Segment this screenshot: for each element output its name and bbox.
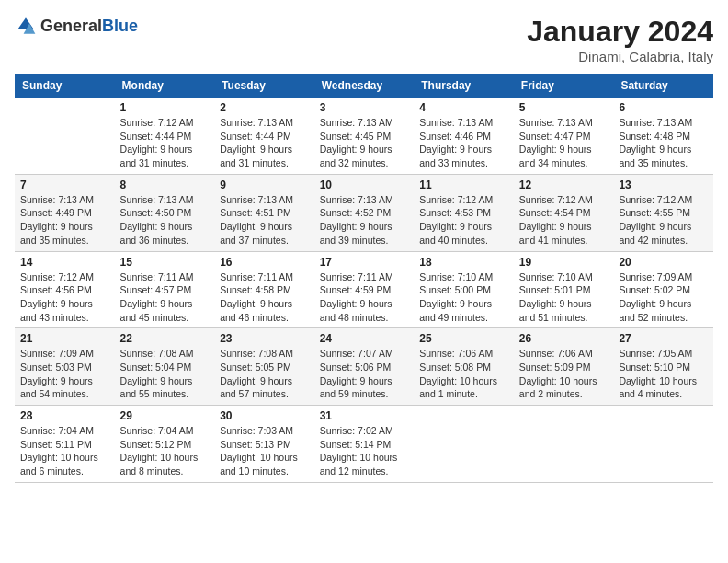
calendar-cell: 29Sunrise: 7:04 AM Sunset: 5:12 PM Dayli… (115, 406, 215, 483)
day-number: 30 (220, 409, 309, 422)
calendar-week-row: 7Sunrise: 7:13 AM Sunset: 4:49 PM Daylig… (15, 174, 713, 251)
day-info: Sunrise: 7:10 AM Sunset: 5:01 PM Dayligh… (519, 270, 609, 325)
day-info: Sunrise: 7:13 AM Sunset: 4:49 PM Dayligh… (20, 193, 109, 247)
day-number: 16 (220, 256, 309, 269)
calendar-cell (613, 406, 713, 483)
day-info: Sunrise: 7:04 AM Sunset: 5:12 PM Dayligh… (120, 424, 210, 478)
calendar-cell: 5Sunrise: 7:13 AM Sunset: 4:47 PM Daylig… (514, 98, 614, 174)
calendar-cell: 30Sunrise: 7:03 AM Sunset: 5:13 PM Dayli… (214, 406, 314, 483)
calendar-week-row: 14Sunrise: 7:12 AM Sunset: 4:56 PM Dayli… (15, 251, 713, 328)
day-info: Sunrise: 7:13 AM Sunset: 4:46 PM Dayligh… (419, 116, 508, 170)
calendar-cell: 13Sunrise: 7:12 AM Sunset: 4:55 PM Dayli… (613, 174, 713, 251)
day-info: Sunrise: 7:06 AM Sunset: 5:09 PM Dayligh… (519, 347, 609, 401)
day-info: Sunrise: 7:10 AM Sunset: 5:00 PM Dayligh… (419, 270, 508, 325)
day-number: 14 (20, 256, 109, 269)
day-number: 24 (320, 332, 409, 345)
title-block: January 2024 Dinami, Calabria, Italy (527, 15, 713, 64)
calendar-cell: 18Sunrise: 7:10 AM Sunset: 5:00 PM Dayli… (414, 251, 514, 328)
calendar-cell: 10Sunrise: 7:13 AM Sunset: 4:52 PM Dayli… (314, 174, 415, 251)
calendar-cell: 8Sunrise: 7:13 AM Sunset: 4:50 PM Daylig… (115, 174, 215, 251)
logo-blue: Blue (102, 17, 138, 35)
calendar-cell: 1Sunrise: 7:12 AM Sunset: 4:44 PM Daylig… (115, 98, 215, 174)
day-number: 22 (120, 332, 210, 345)
calendar-cell (15, 98, 115, 174)
calendar-cell: 7Sunrise: 7:13 AM Sunset: 4:49 PM Daylig… (15, 174, 115, 251)
calendar-cell: 2Sunrise: 7:13 AM Sunset: 4:44 PM Daylig… (214, 98, 314, 174)
calendar-week-row: 1Sunrise: 7:12 AM Sunset: 4:44 PM Daylig… (15, 98, 713, 174)
day-number: 28 (20, 409, 109, 422)
calendar-cell: 25Sunrise: 7:06 AM Sunset: 5:08 PM Dayli… (414, 328, 514, 406)
day-number: 13 (619, 178, 708, 191)
calendar-cell: 14Sunrise: 7:12 AM Sunset: 4:56 PM Dayli… (15, 251, 115, 328)
day-number: 3 (320, 101, 409, 114)
calendar-cell (414, 406, 514, 483)
day-info: Sunrise: 7:04 AM Sunset: 5:11 PM Dayligh… (20, 424, 109, 478)
day-info: Sunrise: 7:11 AM Sunset: 4:57 PM Dayligh… (120, 270, 210, 325)
day-info: Sunrise: 7:11 AM Sunset: 4:59 PM Dayligh… (320, 270, 409, 325)
calendar-cell: 6Sunrise: 7:13 AM Sunset: 4:48 PM Daylig… (613, 98, 713, 174)
day-number: 5 (519, 101, 609, 114)
calendar-cell: 26Sunrise: 7:06 AM Sunset: 5:09 PM Dayli… (514, 328, 614, 406)
month-title: January 2024 (527, 15, 713, 49)
day-number: 23 (220, 332, 309, 345)
day-number: 4 (419, 101, 508, 114)
day-info: Sunrise: 7:13 AM Sunset: 4:44 PM Dayligh… (220, 116, 309, 170)
day-info: Sunrise: 7:08 AM Sunset: 5:04 PM Dayligh… (120, 347, 210, 401)
calendar-cell: 28Sunrise: 7:04 AM Sunset: 5:11 PM Dayli… (15, 406, 115, 483)
day-number: 2 (220, 101, 309, 114)
day-info: Sunrise: 7:13 AM Sunset: 4:48 PM Dayligh… (619, 116, 708, 170)
calendar-cell: 23Sunrise: 7:08 AM Sunset: 5:05 PM Dayli… (214, 328, 314, 406)
day-number: 12 (519, 178, 609, 191)
calendar-cell: 19Sunrise: 7:10 AM Sunset: 5:01 PM Dayli… (514, 251, 614, 328)
day-number: 19 (519, 256, 609, 269)
day-info: Sunrise: 7:12 AM Sunset: 4:56 PM Dayligh… (20, 270, 109, 325)
day-info: Sunrise: 7:13 AM Sunset: 4:45 PM Dayligh… (320, 116, 409, 170)
day-info: Sunrise: 7:13 AM Sunset: 4:50 PM Dayligh… (120, 193, 210, 247)
day-number: 31 (320, 409, 409, 422)
day-number: 26 (519, 332, 609, 345)
day-info: Sunrise: 7:13 AM Sunset: 4:47 PM Dayligh… (519, 116, 609, 170)
day-number: 9 (220, 178, 309, 191)
day-info: Sunrise: 7:09 AM Sunset: 5:02 PM Dayligh… (619, 270, 708, 325)
day-info: Sunrise: 7:06 AM Sunset: 5:08 PM Dayligh… (419, 347, 508, 401)
day-number: 10 (320, 178, 409, 191)
logo: GeneralBlue (15, 15, 138, 37)
day-info: Sunrise: 7:13 AM Sunset: 4:51 PM Dayligh… (220, 193, 309, 247)
day-number: 18 (419, 256, 508, 269)
day-info: Sunrise: 7:11 AM Sunset: 4:58 PM Dayligh… (220, 270, 309, 325)
day-number: 11 (419, 178, 508, 191)
weekday-header-wednesday: Wednesday (314, 74, 415, 98)
weekday-header-tuesday: Tuesday (214, 74, 314, 98)
day-number: 8 (120, 178, 210, 191)
day-info: Sunrise: 7:03 AM Sunset: 5:13 PM Dayligh… (220, 424, 309, 478)
calendar-cell: 15Sunrise: 7:11 AM Sunset: 4:57 PM Dayli… (115, 251, 215, 328)
day-number: 15 (120, 256, 210, 269)
calendar-week-row: 28Sunrise: 7:04 AM Sunset: 5:11 PM Dayli… (15, 406, 713, 483)
calendar-cell: 17Sunrise: 7:11 AM Sunset: 4:59 PM Dayli… (314, 251, 415, 328)
calendar-week-row: 21Sunrise: 7:09 AM Sunset: 5:03 PM Dayli… (15, 328, 713, 406)
day-info: Sunrise: 7:05 AM Sunset: 5:10 PM Dayligh… (619, 347, 708, 401)
day-info: Sunrise: 7:02 AM Sunset: 5:14 PM Dayligh… (320, 424, 409, 478)
calendar-cell: 9Sunrise: 7:13 AM Sunset: 4:51 PM Daylig… (214, 174, 314, 251)
weekday-header-row: SundayMondayTuesdayWednesdayThursdayFrid… (15, 74, 713, 98)
calendar-cell: 12Sunrise: 7:12 AM Sunset: 4:54 PM Dayli… (514, 174, 614, 251)
day-number: 21 (20, 332, 109, 345)
location-subtitle: Dinami, Calabria, Italy (527, 49, 713, 64)
calendar-cell: 11Sunrise: 7:12 AM Sunset: 4:53 PM Dayli… (414, 174, 514, 251)
day-number: 27 (619, 332, 708, 345)
day-info: Sunrise: 7:09 AM Sunset: 5:03 PM Dayligh… (20, 347, 109, 401)
day-number: 25 (419, 332, 508, 345)
day-info: Sunrise: 7:12 AM Sunset: 4:55 PM Dayligh… (619, 193, 708, 247)
weekday-header-monday: Monday (115, 74, 215, 98)
logo-icon (15, 15, 37, 37)
calendar-table: SundayMondayTuesdayWednesdayThursdayFrid… (15, 74, 713, 483)
day-info: Sunrise: 7:12 AM Sunset: 4:54 PM Dayligh… (519, 193, 609, 247)
day-info: Sunrise: 7:08 AM Sunset: 5:05 PM Dayligh… (220, 347, 309, 401)
calendar-body: 1Sunrise: 7:12 AM Sunset: 4:44 PM Daylig… (15, 98, 713, 482)
day-number: 29 (120, 409, 210, 422)
page-header: GeneralBlue January 2024 Dinami, Calabri… (15, 15, 713, 64)
day-number: 1 (120, 101, 210, 114)
weekday-header-friday: Friday (514, 74, 614, 98)
calendar-cell: 3Sunrise: 7:13 AM Sunset: 4:45 PM Daylig… (314, 98, 415, 174)
day-info: Sunrise: 7:12 AM Sunset: 4:53 PM Dayligh… (419, 193, 508, 247)
